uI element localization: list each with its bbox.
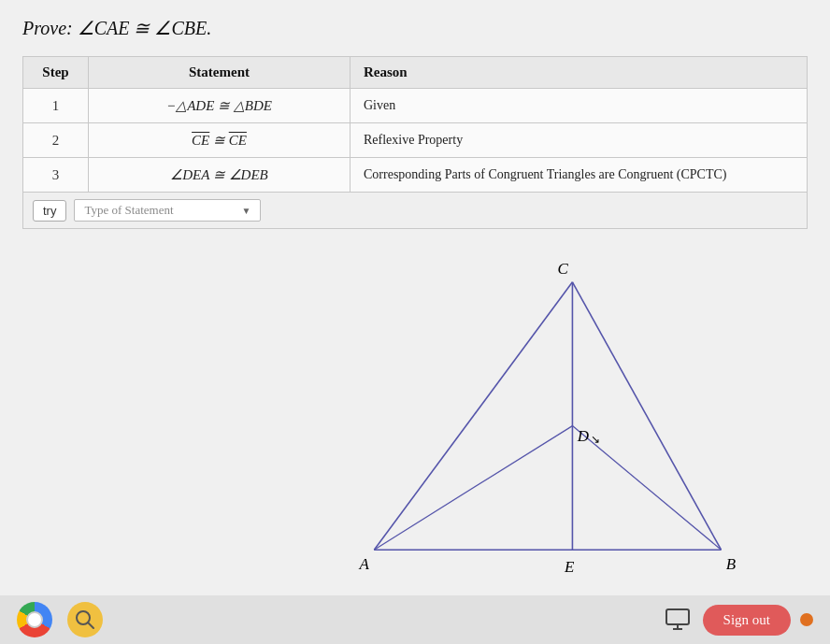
header-reason: Reason — [351, 57, 808, 89]
label-c: C — [558, 260, 569, 278]
svg-rect-2 — [666, 609, 689, 624]
statement-3: ∠DEA ≅ ∠DEB — [89, 158, 351, 193]
step-2: 2 — [23, 123, 89, 158]
header-statement: Statement — [89, 57, 351, 89]
sign-out-button[interactable]: Sign out — [703, 605, 791, 636]
step-1: 1 — [23, 89, 89, 123]
monitor-icon[interactable] — [662, 604, 694, 636]
reason-1: Given — [351, 89, 808, 123]
label-e: E — [564, 558, 575, 576]
line-bc — [572, 282, 721, 550]
proof-table: Step Statement Reason 1 −△ADE ≅ △BDE Giv… — [22, 56, 808, 229]
label-a: A — [358, 555, 369, 573]
statement-1-text: −△ADE ≅ △BDE — [166, 98, 272, 113]
diagram-area: C A B D E ↘ — [262, 252, 804, 580]
statement-2-text: CE ≅ CE — [192, 133, 247, 148]
try-row-cell: try Type of Statement ▼ — [23, 193, 808, 229]
d-arrow: ↘ — [591, 434, 600, 446]
try-row: try Type of Statement ▼ — [23, 193, 808, 229]
label-b: B — [726, 555, 736, 573]
statement-1: −△ADE ≅ △BDE — [89, 89, 351, 123]
line-ac — [374, 282, 572, 550]
bottom-bar: Sign out — [0, 595, 830, 644]
label-d: D — [577, 427, 589, 445]
dropdown-placeholder: Type of Statement — [84, 203, 173, 218]
statement-2: CE ≅ CE — [89, 123, 351, 158]
table-row: 2 CE ≅ CE Reflexive Property — [23, 123, 808, 158]
try-button[interactable]: try — [33, 200, 66, 222]
search-icon[interactable] — [67, 602, 103, 637]
bottom-right: Sign out — [662, 604, 813, 636]
reason-3: Corresponding Parts of Congruent Triangl… — [351, 158, 808, 193]
step-3: 3 — [23, 158, 89, 193]
orange-dot — [800, 613, 813, 626]
geometry-diagram: C A B D E ↘ — [262, 252, 804, 580]
header-step: Step — [23, 57, 89, 89]
line-ad — [374, 426, 572, 551]
lens-svg — [75, 609, 95, 630]
table-row: 1 −△ADE ≅ △BDE Given — [23, 89, 808, 123]
chrome-icon[interactable] — [17, 602, 52, 637]
table-row: 3 ∠DEA ≅ ∠DEB Corresponding Parts of Con… — [23, 158, 808, 193]
bottom-icons — [17, 602, 103, 637]
reason-2: Reflexive Property — [351, 123, 808, 158]
prove-title: Prove: ∠CAE ≅ ∠CBE. — [22, 17, 808, 39]
statement-dropdown[interactable]: Type of Statement ▼ — [74, 199, 261, 222]
svg-line-1 — [88, 623, 93, 628]
statement-3-text: ∠DEA ≅ ∠DEB — [170, 167, 268, 182]
prove-math: ∠CAE ≅ ∠CBE. — [78, 18, 212, 38]
monitor-svg — [665, 607, 691, 633]
chevron-down-icon: ▼ — [242, 206, 251, 216]
main-content: Prove: ∠CAE ≅ ∠CBE. Step Statement Reaso… — [0, 0, 830, 251]
